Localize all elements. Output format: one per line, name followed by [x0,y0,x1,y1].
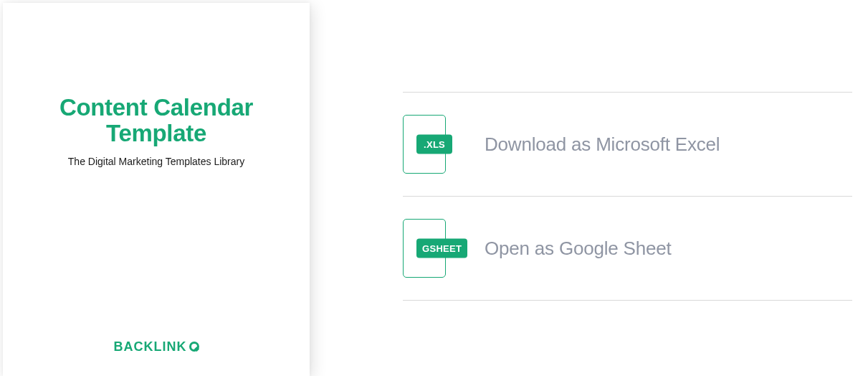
left-panel: Content Calendar Template The Digital Ma… [0,0,315,376]
file-icon: .XLS [403,115,446,174]
download-excel-label: Download as Microsoft Excel [485,133,720,156]
right-panel: .XLS Download as Microsoft Excel GSHEET … [315,0,868,376]
download-excel-row[interactable]: .XLS Download as Microsoft Excel [403,93,852,196]
xls-badge: .XLS [416,135,452,154]
download-gsheet-label: Open as Google Sheet [485,238,672,260]
card-title-line1: Content Calendar [59,94,253,121]
download-gsheet-row[interactable]: GSHEET Open as Google Sheet [403,197,852,300]
card-title: Content Calendar Template [59,95,253,146]
preview-card: Content Calendar Template The Digital Ma… [3,3,310,376]
page-layout: Content Calendar Template The Digital Ma… [0,0,868,376]
file-icon: GSHEET [403,219,446,278]
backlinko-logo: BACKLINK [3,339,310,354]
card-subtitle: The Digital Marketing Templates Library [68,156,244,167]
divider [403,300,852,301]
gsheet-badge: GSHEET [416,239,467,258]
logo-text: BACKLINK [114,339,187,354]
logo-search-icon [189,342,199,352]
card-title-line2: Template [106,120,206,146]
download-list: .XLS Download as Microsoft Excel GSHEET … [403,92,852,301]
